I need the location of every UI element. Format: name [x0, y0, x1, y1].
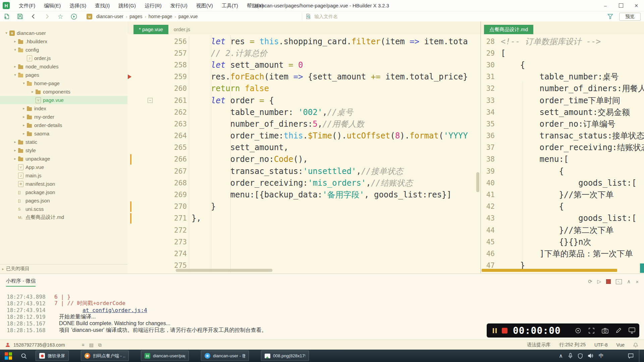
syntax-hint-label[interactable]: 语法提示库	[527, 342, 550, 348]
bell-icon[interactable]	[633, 343, 638, 348]
tree-item[interactable]: ▸index	[0, 104, 127, 113]
tree-item[interactable]: Jorder.js	[0, 54, 127, 62]
tree-item[interactable]: ▾pages	[0, 71, 127, 79]
tree-item[interactable]: ▸components	[0, 87, 127, 96]
tray-expand-icon[interactable]: ∧	[559, 353, 563, 359]
maximize-button[interactable]	[613, 0, 629, 11]
encoding-label[interactable]: UTF-8	[594, 342, 608, 348]
shrink-icon[interactable]	[588, 327, 595, 334]
camera-icon[interactable]	[602, 328, 608, 334]
menu-icon[interactable]: ≡	[82, 342, 85, 348]
file-search-input[interactable]	[314, 13, 365, 19]
favorite-button[interactable]: ☆	[54, 12, 67, 21]
editor-tab[interactable]: order.js	[168, 25, 196, 34]
chat-bubble-icon[interactable]	[628, 353, 634, 359]
taskbar-app-wechat-devtools-app[interactable]: diancan-user - 微...	[201, 351, 249, 361]
right-horizontal-scrollbar[interactable]	[482, 269, 617, 272]
taskbar-search-button[interactable]	[21, 353, 27, 359]
right-scrollbar-thumb[interactable]	[640, 263, 644, 273]
tree-item[interactable]: [ ]pages.json	[0, 196, 127, 205]
tree-item[interactable]: ▸order-details	[0, 121, 127, 129]
shield-icon[interactable]	[578, 353, 583, 359]
show-desktop-strip[interactable]	[639, 350, 641, 362]
pencil-icon[interactable]	[615, 327, 622, 334]
tree-item[interactable]: Jmain.js	[0, 171, 127, 180]
menu-item[interactable]: 发行(U)	[166, 0, 192, 11]
target-icon[interactable]	[575, 327, 581, 334]
collapse-panel-icon[interactable]: ∧	[627, 279, 631, 285]
run-log-icon[interactable]: ▷	[597, 279, 601, 285]
tree-item[interactable]: Suni.scss	[0, 205, 127, 213]
layout-icon[interactable]: ▤	[89, 342, 94, 348]
preview-button[interactable]: 预览	[619, 13, 641, 21]
editor-horizontal-scrollbar[interactable]	[176, 269, 272, 272]
account-email[interactable]: 15287927735@163.com	[13, 342, 65, 348]
start-button[interactable]	[3, 351, 13, 361]
tree-item[interactable]: M↓点餐商品设计.md	[0, 213, 127, 222]
close-button[interactable]: ✕	[629, 0, 644, 11]
stop-icon[interactable]	[606, 279, 611, 284]
tree-item[interactable]: [ ]package.json	[0, 188, 127, 196]
tree-item[interactable]: ▾config	[0, 46, 127, 54]
terminal-icon[interactable]: >_	[616, 279, 622, 284]
log-source-link[interactable]: at config\order.js:4	[83, 307, 147, 313]
tree-item[interactable]: ▸static	[0, 138, 127, 146]
menu-item[interactable]: 查找(I)	[91, 0, 114, 11]
ime-indicator[interactable]: 中	[599, 353, 604, 359]
menu-item[interactable]: 编辑(E)	[40, 0, 65, 11]
closed-projects-row[interactable]: ▸ 已关闭项目	[0, 264, 127, 273]
breadcrumb-item[interactable]: pages	[128, 14, 144, 19]
microphone-icon[interactable]	[568, 353, 573, 359]
taskbar-app-hbuilder-app[interactable]: Hdiancan-user/pag...	[141, 351, 189, 361]
console-tab-weixin[interactable]: 小程序 - 微信	[6, 278, 36, 287]
tree-item[interactable]: VApp.vue	[0, 163, 127, 171]
cursor-position[interactable]: 行:252 列:25	[559, 342, 586, 348]
close-panel-icon[interactable]: ×	[636, 279, 639, 285]
code-editor[interactable]: 256 let res = this.shopping_card.filter(…	[127, 36, 480, 272]
tree-item[interactable]: ▸style	[0, 146, 127, 155]
back-button[interactable]	[27, 12, 40, 21]
breadcrumb-item[interactable]: diancan-user	[95, 14, 125, 19]
run-button[interactable]	[67, 12, 80, 21]
menu-item[interactable]: 运行(R)	[140, 0, 166, 11]
editor-tab[interactable]: * page.vue	[133, 25, 168, 34]
tree-item[interactable]: ▸unpackage	[0, 155, 127, 163]
forward-button[interactable]	[40, 12, 54, 21]
menu-item[interactable]: 跳转(G)	[114, 0, 140, 11]
taskbar-app-recorder-app[interactable]: 微软录屏	[36, 351, 69, 361]
pause-icon[interactable]	[493, 328, 497, 333]
tree-item[interactable]: ⚙manifest.json	[0, 180, 127, 188]
tree-item[interactable]: ▸node_modules	[0, 62, 127, 71]
clear-log-icon[interactable]: ⟳	[588, 279, 592, 285]
taskbar-app-image-viewer-app[interactable]: 008.png(828x179...	[261, 351, 309, 361]
record-stop-icon[interactable]	[502, 328, 507, 334]
save-button[interactable]	[13, 12, 27, 21]
menu-item[interactable]: 视图(V)	[192, 0, 217, 11]
filetype-label[interactable]: Vue	[616, 342, 625, 348]
fold-collapse-icon[interactable]: –	[148, 98, 153, 103]
tree-item[interactable]: ▸saoma	[0, 129, 127, 138]
code-line: 30 {	[481, 59, 644, 71]
md-preview-editor[interactable]: 28<!-- 订单数据库设计 -->29[30 {31 table_number…	[481, 36, 644, 272]
menu-item[interactable]: 工具(T)	[217, 0, 243, 11]
tree-item[interactable]: ▾home-page	[0, 79, 127, 87]
breadcrumb-item[interactable]: home-page	[147, 14, 174, 19]
menu-item[interactable]: 文件(F)	[14, 0, 40, 11]
tree-item[interactable]: Vpage.vue	[0, 96, 127, 104]
capture-icon[interactable]: ⧉	[98, 342, 102, 348]
editor-tab-bar: * page.vueorder.js	[127, 21, 480, 34]
tree-item[interactable]: ▸my-order	[0, 113, 127, 121]
filter-funnel-icon[interactable]	[607, 14, 613, 19]
tree-item[interactable]: ▸.hbuilderx	[0, 37, 127, 46]
minimize-button[interactable]: –	[598, 0, 613, 11]
menu-item[interactable]: 选择(S)	[65, 0, 91, 11]
taskbar-app-browser-app[interactable]: 扫码点餐户端 - ...	[81, 351, 129, 361]
breakpoint-arrow-icon[interactable]	[128, 74, 131, 79]
tab-md-file[interactable]: 点餐商品设计.md	[484, 25, 533, 34]
new-file-button[interactable]	[0, 12, 13, 21]
volume-icon[interactable]	[588, 353, 593, 358]
editor-vertical-scrollbar[interactable]	[476, 172, 479, 192]
monitor-icon[interactable]	[629, 327, 635, 334]
tree-item[interactable]: ▾udiancan-user	[0, 29, 127, 37]
breadcrumb-item[interactable]: page.vue	[177, 14, 199, 19]
